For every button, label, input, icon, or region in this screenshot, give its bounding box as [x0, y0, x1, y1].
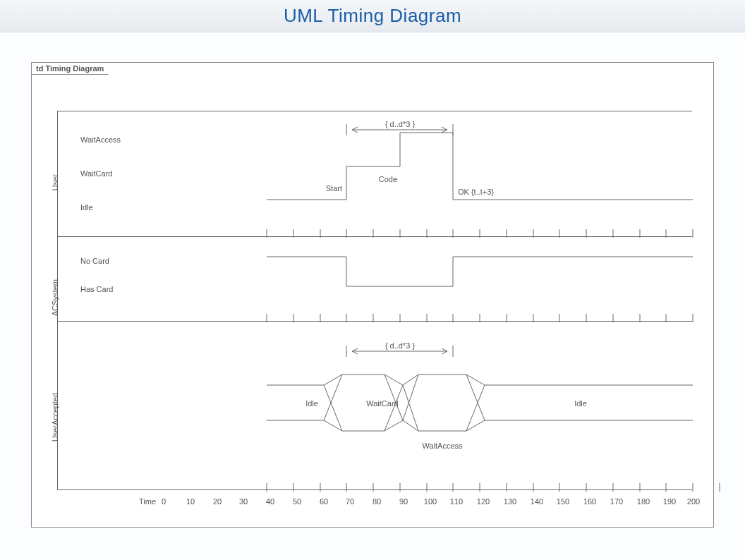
state-label-waitaccess: WaitAccess — [80, 135, 121, 144]
event-ok: OK {t..t+3} — [458, 188, 494, 196]
page-header: UML Timing Diagram — [0, 0, 745, 32]
tick-label: 20 — [213, 497, 222, 506]
tick-label: 80 — [372, 497, 381, 506]
tick-label: 70 — [346, 497, 354, 506]
seg-idle2: Idle — [574, 399, 587, 408]
tick-label: 60 — [320, 497, 328, 506]
tick-label: 170 — [610, 497, 623, 506]
lifeline-acsystem: ACSystem No Card Has Card — [58, 236, 692, 321]
acs-waveform — [160, 237, 693, 322]
user-plot: { d..d*3 } Start Code OK {t..t+3} — [160, 111, 692, 236]
diagram-frame: td Timing Diagram User WaitAccess WaitCa… — [31, 62, 714, 528]
ticks-bottom — [160, 482, 692, 490]
constraint-ua: { d..d*3 } — [385, 341, 416, 350]
user-waveform: { d..d*3 } Start Code OK {t..t+3} — [160, 111, 693, 237]
tick-label: 180 — [637, 497, 650, 506]
state-label-idle: Idle — [80, 203, 93, 212]
timing-diagram: User WaitAccess WaitCard Idle { d..d*3 } — [57, 111, 692, 490]
ticks-user — [160, 228, 692, 236]
event-code: Code — [379, 175, 397, 183]
lifeline-ua-label: UserAccepted — [51, 393, 59, 442]
seg-waitaccess: WaitAccess — [422, 442, 463, 450]
lifeline-user-label: User — [51, 174, 59, 190]
seg-waitcard: WaitCard — [366, 399, 398, 408]
tick-label: 200 — [687, 497, 700, 506]
tick-label: 10 — [186, 497, 195, 506]
lifeline-user: User WaitAccess WaitCard Idle { d..d*3 } — [58, 111, 692, 236]
seg-idle1: Idle — [305, 399, 318, 408]
content-area: td Timing Diagram User WaitAccess WaitCa… — [0, 32, 745, 549]
tick-label: 110 — [450, 497, 463, 506]
tick-label: 30 — [239, 497, 248, 506]
tick-label: 120 — [477, 497, 490, 506]
constraint-user: { d..d*3 } — [385, 120, 416, 128]
page-title: UML Timing Diagram — [284, 5, 461, 27]
lifeline-acs-label: ACSystem — [51, 279, 59, 316]
ua-plot: { d..d*3 } Idle WaitCard WaitAccess — [160, 322, 692, 463]
state-label-hascard: Has Card — [80, 285, 113, 293]
tick-label: 140 — [531, 497, 543, 506]
tick-label: 130 — [504, 497, 516, 506]
frame-tab: td Timing Diagram — [31, 62, 116, 75]
tick-label: 190 — [663, 497, 676, 506]
ua-waveform: { d..d*3 } Idle WaitCard WaitAccess — [160, 322, 693, 464]
tick-label: 50 — [293, 497, 301, 506]
acs-plot — [160, 237, 692, 321]
event-start: Start — [326, 184, 342, 193]
ticks-acs — [160, 312, 692, 321]
state-label-nocard: No Card — [80, 257, 109, 265]
tick-label: 0 — [162, 497, 166, 506]
state-label-waitcard: WaitCard — [80, 169, 112, 178]
tick-label: 90 — [399, 497, 408, 506]
tick-label: 100 — [424, 497, 437, 506]
tick-label: 40 — [266, 497, 274, 506]
time-axis-labels: 0 10 20 30 40 50 60 70 80 90 100 110 120… — [159, 496, 713, 510]
tick-label: 160 — [583, 497, 596, 506]
time-axis-caption: Time — [139, 497, 156, 506]
lifeline-useraccepted: UserAccepted { d..d*3 } — [58, 321, 692, 463]
tick-label: 150 — [557, 497, 569, 506]
